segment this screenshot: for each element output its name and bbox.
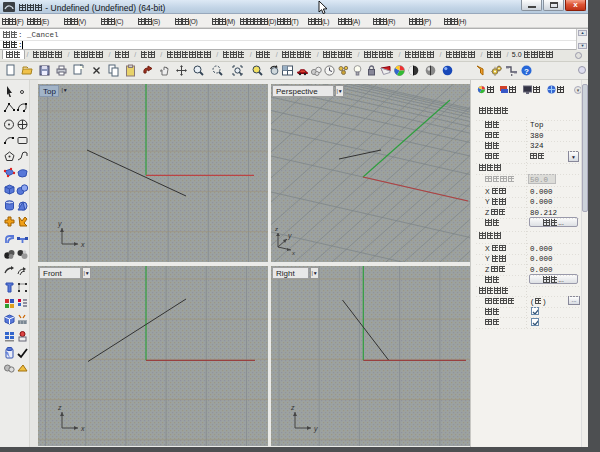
svg-text:x: x: [80, 241, 85, 248]
svg-text:z: z: [274, 226, 278, 232]
svg-text:z: z: [57, 404, 62, 411]
svg-text:y: y: [287, 232, 292, 240]
svg-text:y: y: [57, 220, 62, 228]
svg-text:x: x: [80, 425, 85, 432]
svg-text:z: z: [290, 404, 295, 411]
svg-text:?: ?: [524, 67, 529, 76]
svg-text:y: y: [313, 425, 318, 433]
